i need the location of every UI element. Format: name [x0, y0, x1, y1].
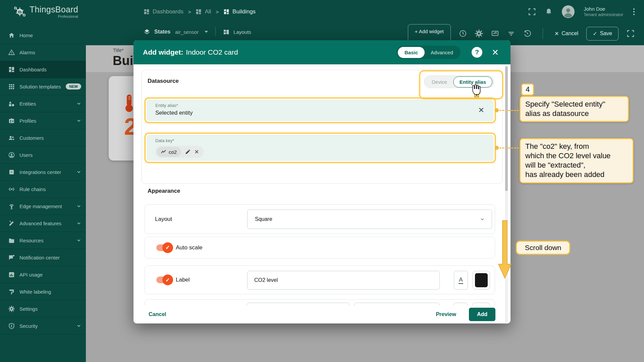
- dashboard-icon: [144, 9, 150, 15]
- basic-tab[interactable]: Basic: [398, 47, 425, 58]
- layout-select[interactable]: Square: [247, 209, 492, 229]
- help-icon[interactable]: ?: [472, 47, 482, 58]
- sidebar-item-users[interactable]: Users: [0, 146, 86, 164]
- sidebar-item-rule-chains[interactable]: Rule chains: [0, 181, 86, 198]
- time-window-clock-icon[interactable]: [459, 29, 467, 38]
- chevron-down-icon: [76, 170, 81, 174]
- sidebar-item-white-labeling[interactable]: White labeling: [0, 283, 86, 300]
- datasource-heading: Datasource: [148, 78, 179, 84]
- label-text-input[interactable]: [247, 271, 440, 290]
- check-icon: ✓: [162, 275, 173, 285]
- sidebar-nav: Home Alarms Dashboards Solution template…: [0, 27, 86, 335]
- sidebar-item-label: Users: [19, 152, 81, 158]
- add-button[interactable]: Add: [469, 308, 495, 321]
- close-icon[interactable]: ✕: [492, 48, 499, 57]
- sidebar-item-notification-center[interactable]: Notification center: [0, 249, 86, 266]
- label-toggle[interactable]: ✓: [156, 277, 172, 283]
- breadcrumb-all[interactable]: All: [196, 8, 211, 15]
- layout-row: Layout Square: [145, 204, 495, 234]
- top-header: Dashboards > All > Buildings John Doe Te…: [86, 0, 644, 23]
- sidebar-item-label: Advanced features: [19, 221, 76, 226]
- chevron-down-icon: [76, 238, 81, 243]
- layout-selected-value: Square: [255, 216, 272, 222]
- alarms-icon: [8, 49, 15, 56]
- breadcrumb-buildings[interactable]: Buildings: [223, 8, 256, 15]
- app-edition: Professional: [30, 14, 78, 18]
- caret-down-icon[interactable]: [205, 31, 208, 33]
- api-usage-icon: [8, 271, 15, 278]
- sidebar-item-customers[interactable]: Customers: [0, 129, 86, 146]
- integrations-icon: [8, 169, 15, 175]
- sidebar-item-dashboards[interactable]: Dashboards: [0, 61, 86, 78]
- sidebar-item-alarms[interactable]: Alarms: [0, 44, 86, 61]
- connector-dashed-line: [499, 147, 519, 148]
- modal-scrollbar-thumb[interactable]: [505, 66, 508, 191]
- user-block[interactable]: John Doe Tenant administrator: [584, 6, 623, 18]
- sidebar-item-api-usage[interactable]: API usage: [0, 266, 86, 283]
- preview-button[interactable]: Preview: [436, 311, 456, 317]
- chevron-down-icon: [76, 204, 81, 208]
- filters-icon[interactable]: [507, 29, 515, 38]
- fullscreen-icon[interactable]: [627, 29, 635, 38]
- save-dashboard-button[interactable]: ✓ Save: [586, 27, 619, 41]
- entity-alias-field[interactable]: Entity alias* Selected entity ✕: [147, 100, 494, 121]
- data-key-highlight: Data key* co2 ✕: [145, 133, 496, 163]
- breadcrumb-separator: >: [188, 9, 191, 15]
- callout-entity-alias: Specify "Selected entity" alias as datas…: [520, 96, 629, 122]
- users-icon: [8, 152, 15, 158]
- dashboard-settings-gear-icon[interactable]: [475, 29, 483, 38]
- label-font-settings-button[interactable]: A: [454, 271, 468, 290]
- hand-cursor-icon: [471, 82, 482, 97]
- sidebar-item-solution-templates[interactable]: Solution templates NEW: [0, 78, 86, 95]
- app-logo[interactable]: tb ThingsBoard Professional: [0, 0, 86, 23]
- app-name: ThingsBoard: [30, 5, 78, 14]
- sidebar: tb ThingsBoard Professional Home Alarms …: [0, 0, 86, 362]
- sidebar-item-resources[interactable]: Resources: [0, 232, 86, 249]
- state-selector[interactable]: air_sensor: [175, 29, 199, 35]
- label-color-picker[interactable]: [473, 271, 490, 290]
- fullscreen-icon[interactable]: [528, 8, 536, 16]
- dialog-header: Add widget:Indoor CO2 card Basic Advance…: [133, 40, 511, 64]
- advanced-tab[interactable]: Advanced: [425, 47, 459, 58]
- cancel-edit-button[interactable]: ✕ Cancel: [554, 31, 578, 37]
- layouts-icon: [223, 29, 229, 35]
- sidebar-item-label: Security: [19, 323, 76, 329]
- sidebar-item-home[interactable]: Home: [0, 27, 86, 44]
- cancel-button[interactable]: Cancel: [149, 311, 166, 317]
- breadcrumb: Dashboards > All > Buildings: [144, 8, 256, 15]
- version-history-icon[interactable]: [523, 29, 531, 38]
- entity-aliases-icon[interactable]: [491, 29, 499, 38]
- settings-gear-icon: [8, 305, 15, 312]
- edit-key-pencil-icon[interactable]: [185, 149, 190, 155]
- sidebar-item-integrations-center[interactable]: Integrations center: [0, 164, 86, 181]
- kebab-menu-icon[interactable]: [632, 7, 636, 16]
- notifications-bell-icon[interactable]: [545, 8, 553, 16]
- sidebar-item-entities[interactable]: Entities: [0, 95, 86, 112]
- layouts-button[interactable]: Layouts: [233, 29, 251, 35]
- sidebar-item-security[interactable]: Security: [0, 317, 86, 335]
- sidebar-item-label: Integrations center: [19, 169, 76, 175]
- auto-scale-toggle[interactable]: ✓: [156, 244, 172, 251]
- clear-entity-alias-icon[interactable]: ✕: [478, 106, 484, 115]
- sidebar-item-label: White labeling: [19, 289, 81, 295]
- appearance-heading: Appearance: [148, 188, 180, 194]
- new-badge: NEW: [66, 83, 81, 89]
- sidebar-item-profiles[interactable]: Profiles: [0, 112, 86, 129]
- sidebar-item-label: Customers: [19, 135, 81, 141]
- data-key-field[interactable]: Data key* co2 ✕: [147, 135, 494, 161]
- chevron-down-icon: [76, 118, 81, 123]
- remove-key-icon[interactable]: ✕: [194, 148, 199, 156]
- avatar[interactable]: [561, 5, 575, 18]
- chevron-down-icon: [76, 221, 81, 226]
- sidebar-item-edge-management[interactable]: Edge management: [0, 198, 86, 215]
- chevron-down-icon: [76, 101, 81, 106]
- sidebar-item-label: Home: [19, 33, 81, 38]
- device-option[interactable]: Device: [426, 76, 453, 87]
- sidebar-item-advanced-features[interactable]: Advanced features: [0, 215, 86, 232]
- breadcrumb-dashboards[interactable]: Dashboards: [144, 8, 183, 15]
- timeseries-icon: [161, 150, 166, 154]
- data-key-chip[interactable]: co2: [157, 147, 181, 157]
- sidebar-item-settings[interactable]: Settings: [0, 300, 86, 317]
- thingsboard-logo-icon: tb: [13, 5, 27, 19]
- scroll-down-arrow: [497, 220, 513, 280]
